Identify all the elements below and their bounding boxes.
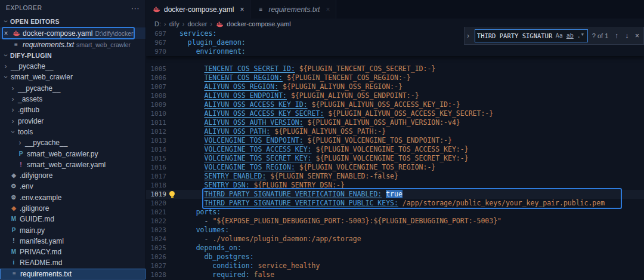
code-line-1008[interactable]: 1008ALIYUN_OSS_ENDPOINT: ${PLUGIN_ALIYUN… (146, 91, 644, 100)
code-line-1021[interactable]: 1021ports: (146, 208, 644, 217)
close-tab-icon[interactable]: × (240, 5, 244, 14)
line-number[interactable]: 1017 (146, 172, 166, 181)
match-case-button[interactable]: Aa (555, 32, 564, 39)
breadcrumb-item[interactable]: dify (169, 20, 179, 27)
code-line-1019[interactable]: 1019THIRD_PARTY_SIGNATURE_VERIFICATION_E… (146, 190, 644, 199)
tree-item-.env.example[interactable]: ⚙.env.example (0, 192, 145, 203)
whole-word-button[interactable]: ab (565, 32, 575, 39)
line-number[interactable]: 697 (146, 29, 166, 38)
code-editor[interactable]: 697services:967plugin_daemon:970environm… (146, 29, 644, 280)
line-number[interactable]: 1011 (146, 118, 166, 127)
line-number[interactable]: 1022 (146, 217, 166, 226)
toggle-replace-icon[interactable]: › (467, 32, 472, 40)
code-line-1028[interactable]: 1028required: false (146, 270, 644, 279)
code-line-1007[interactable]: 1007ALIYUN_OSS_REGION: ${PLUGIN_ALIYUN_O… (146, 82, 644, 91)
workspace-header[interactable]: › DIFY-PLUGIN (0, 50, 145, 61)
open-editors-header[interactable]: › OPEN EDITORS (0, 16, 145, 27)
tab-docker-compose.yaml[interactable]: docker-compose.yaml× (146, 0, 250, 19)
code-line-1022[interactable]: 1022- "${EXPOSE_PLUGIN_DEBUGGING_PORT:-5… (146, 217, 644, 226)
line-number[interactable]: 1020 (146, 199, 166, 208)
code-line-1023[interactable]: 1023volumes: (146, 226, 644, 235)
previous-match-button[interactable]: ↑ (612, 32, 620, 40)
tree-item-GUIDE.md[interactable]: MGUIDE.md (0, 214, 145, 224)
code-line-1024[interactable]: 1024- ./volumes/plugin_daemon:/app/stora… (146, 235, 644, 244)
tree-item-smart_web_crawler[interactable]: ›smart_web_crawler (0, 72, 145, 82)
tree-item-__pycache__[interactable]: ›__pycache__ (0, 137, 145, 148)
line-number[interactable]: 967 (146, 38, 166, 47)
code-line-1009[interactable]: 1009ALIYUN_OSS_ACCESS_KEY_ID: ${PLUGIN_A… (146, 100, 644, 109)
tree-item-PRIVACY.md[interactable]: MPRIVACY.md (0, 247, 145, 257)
tab-requirements.txt[interactable]: ≡requirements.txt× (250, 0, 336, 19)
line-number[interactable]: 1014 (146, 145, 166, 154)
tree-item-tools[interactable]: ›tools (0, 127, 145, 137)
code-line-1005[interactable]: 1005TENCENT_COS_SECRET_ID: ${PLUGIN_TENC… (146, 64, 644, 73)
tree-item-README.md[interactable]: iREADME.md (0, 257, 145, 268)
tree-item-provider[interactable]: ›provider (0, 115, 145, 126)
code-line-1010[interactable]: 1010ALIYUN_OSS_ACCESS_KEY_SECRET: ${PLUG… (146, 109, 644, 118)
code-line-1018[interactable]: 1018SENTRY_DSN: ${PLUGIN_SENTRY_DSN:-} (146, 181, 644, 190)
code-line-1014[interactable]: 1014VOLCENGINE_TOS_ACCESS_KEY: ${PLUGIN_… (146, 145, 644, 154)
chevron-right-icon: › (10, 84, 16, 93)
code-line-1026[interactable]: 1026db_postgres: (146, 253, 644, 261)
code-line-1006[interactable]: 1006TENCENT_COS_REGION: ${PLUGIN_TENCENT… (146, 73, 644, 82)
next-match-button[interactable]: ↓ (623, 32, 631, 40)
tree-item-smart_web_crawler.yaml[interactable]: !smart_web_crawler.yaml (0, 159, 145, 170)
line-number[interactable]: 1013 (146, 136, 166, 145)
open-editor-item[interactable]: ×docker-compose.yamlD:\dify\docker (0, 27, 145, 39)
line-number[interactable]: 1007 (146, 82, 166, 91)
tree-item-_assets[interactable]: ›_assets (0, 94, 145, 104)
code-line-1012[interactable]: 1012ALIYUN_OSS_PATH: ${PLUGIN_ALIYUN_OSS… (146, 127, 644, 136)
line-number[interactable]: 1021 (146, 208, 166, 217)
code-line-1013[interactable]: 1013VOLCENGINE_TOS_ENDPOINT: ${PLUGIN_VO… (146, 136, 644, 145)
line-number[interactable]: 1026 (146, 253, 166, 261)
line-number[interactable]: 1006 (146, 73, 166, 82)
line-number[interactable]: 1019 (146, 190, 166, 199)
open-editor-item[interactable]: ≡requirements.txtsmart_web_crawler (0, 39, 145, 50)
line-number[interactable]: 1016 (146, 163, 166, 172)
tree-item-smart_web_crawler.py[interactable]: Psmart_web_crawler.py (0, 148, 145, 159)
line-number[interactable]: 1024 (146, 235, 166, 244)
close-find-button[interactable]: × (633, 32, 641, 40)
line-number[interactable]: 1018 (146, 181, 166, 190)
gutter (166, 100, 179, 109)
code-line-970[interactable]: 970environment: (146, 47, 644, 56)
tree-item-.gitignore[interactable]: ◆.gitignore (0, 203, 145, 214)
code-line-1017[interactable]: 1017SENTRY_ENABLED: ${PLUGIN_SENTRY_ENAB… (146, 172, 644, 181)
line-number[interactable]: 970 (146, 47, 166, 56)
code-token: VOLCENGINE_TOS_ACCESS_KEY: (205, 145, 312, 153)
breadcrumb-item[interactable]: docker (187, 20, 207, 27)
line-number[interactable]: 1023 (146, 226, 166, 235)
code-line-1016[interactable]: 1016VOLCENGINE_TOS_REGION: ${PLUGIN_VOLC… (146, 163, 644, 172)
breadcrumb-file[interactable]: docker-compose.yaml (227, 20, 291, 27)
line-number[interactable]: 1025 (146, 244, 166, 253)
close-editor-icon[interactable]: × (2, 29, 10, 38)
tree-item-.env[interactable]: ⚙.env (0, 181, 145, 192)
code-token: ALIYUN_OSS_REGION: (205, 82, 279, 91)
line-number[interactable]: 1009 (146, 100, 166, 109)
tree-item-__pycache__[interactable]: ›__pycache__ (0, 61, 145, 72)
tree-item-main.py[interactable]: Pmain.py (0, 224, 145, 235)
line-number[interactable]: 1005 (146, 64, 166, 73)
code-line-1027[interactable]: 1027condition: service_healthy (146, 261, 644, 270)
tree-item-.difyignore[interactable]: ◆.difyignore (0, 170, 145, 181)
line-number[interactable]: 1008 (146, 91, 166, 100)
line-number[interactable]: 1027 (146, 261, 166, 270)
find-input[interactable] (477, 32, 553, 39)
tree-item-__pycache__[interactable]: ›__pycache__ (0, 83, 145, 94)
line-number[interactable]: 1015 (146, 154, 166, 163)
explorer-more-actions-icon[interactable]: ··· (131, 4, 140, 13)
line-number[interactable]: 1028 (146, 270, 166, 279)
tree-item-.github[interactable]: ›.github (0, 104, 145, 115)
lightbulb-icon[interactable] (169, 191, 175, 196)
code-line-1020[interactable]: 1020THIRD_PARTY_SIGNATURE_VERIFICATION_P… (146, 199, 644, 208)
line-number[interactable]: 1012 (146, 127, 166, 136)
code-line-1025[interactable]: 1025depends_on: (146, 244, 644, 253)
regex-button[interactable]: .* (576, 32, 586, 39)
line-number[interactable]: 1010 (146, 109, 166, 118)
code-line-1015[interactable]: 1015VOLCENGINE_TOS_SECRET_KEY: ${PLUGIN_… (146, 154, 644, 163)
tree-item-manifest.yaml[interactable]: !manifest.yaml (0, 236, 145, 247)
close-tab-icon[interactable]: × (326, 5, 330, 14)
code-line-1011[interactable]: 1011ALIYUN_OSS_AUTH_VERSION: ${PLUGIN_AL… (146, 118, 644, 127)
tree-item-requirements.txt[interactable]: ≡requirements.txt (0, 269, 145, 279)
breadcrumb-item[interactable]: D: (154, 20, 161, 27)
